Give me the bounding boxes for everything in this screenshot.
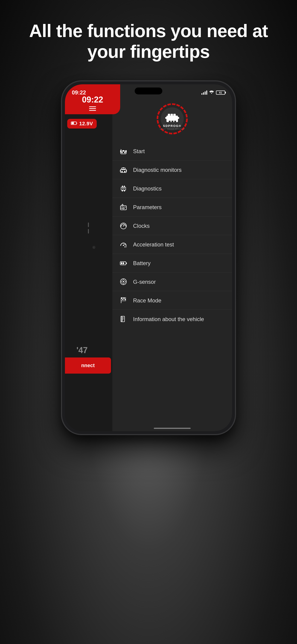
battery-menu-icon: [119, 259, 128, 267]
svg-rect-22: [120, 150, 121, 152]
connect-label: nnect: [81, 362, 95, 368]
svg-rect-13: [169, 121, 170, 124]
acceleration-test-label: Acceleration test: [133, 241, 174, 248]
menu-item-start[interactable]: Start: [112, 142, 232, 160]
svg-rect-61: [121, 262, 122, 264]
battery-widget: 12.9V: [67, 119, 97, 128]
svg-rect-77: [122, 299, 124, 300]
status-time: 09:22: [72, 89, 86, 96]
svg-text:SDPROG®: SDPROG®: [163, 124, 182, 128]
decoration-dashes: [88, 222, 89, 234]
svg-rect-79: [124, 299, 126, 300]
start-icon: [119, 147, 128, 155]
menu-item-diagnostics[interactable]: Diagnostics: [112, 179, 232, 198]
svg-rect-62: [123, 262, 124, 264]
vehicle-info-icon: [119, 315, 128, 323]
menu-item-parameters[interactable]: Parameters: [112, 198, 232, 216]
diagnostic-monitors-icon: [119, 166, 128, 174]
svg-point-27: [124, 171, 126, 172]
svg-point-20: [124, 152, 126, 153]
race-mode-icon: [119, 296, 128, 304]
start-label: Start: [133, 148, 145, 155]
menu-item-acceleration-test[interactable]: Acceleration test: [112, 235, 232, 254]
signal-icon: [202, 90, 207, 95]
g-sensor-label: G-sensor: [133, 278, 156, 286]
battery-widget-icon: [71, 121, 77, 126]
svg-rect-72: [121, 298, 122, 299]
svg-rect-34: [124, 186, 125, 188]
connect-button[interactable]: nnect: [65, 358, 111, 374]
vehicle-info-label: Information about the vehicle: [133, 316, 204, 323]
svg-rect-14: [172, 121, 173, 124]
menu-list: Start: [112, 142, 232, 328]
svg-rect-1: [72, 122, 74, 124]
svg-rect-33: [122, 186, 123, 188]
mute-button: [61, 132, 62, 146]
svg-point-45: [123, 208, 124, 209]
wifi-icon: [209, 90, 214, 95]
clocks-label: Clocks: [133, 222, 150, 230]
menu-drawer: SDPROG® SMART DRIVER PROGRAM: [112, 84, 232, 431]
menu-item-vehicle-info[interactable]: Information about the vehicle: [112, 310, 232, 328]
svg-rect-11: [165, 117, 167, 119]
svg-point-65: [123, 281, 124, 282]
svg-rect-37: [124, 190, 125, 192]
power-button: [235, 162, 236, 198]
svg-rect-58: [125, 246, 126, 247]
diagnostics-label: Diagnostics: [133, 185, 162, 192]
svg-rect-81: [122, 316, 122, 322]
dynamic-island: [135, 88, 162, 94]
svg-text:SMART DRIVER PROGRAM: SMART DRIVER PROGRAM: [160, 128, 185, 130]
phone-screen: 09:22 61: [65, 84, 232, 431]
svg-rect-29: [123, 168, 124, 168]
phone-frame: 09:22 61: [61, 80, 236, 435]
svg-rect-10: [173, 114, 176, 116]
svg-rect-80: [121, 316, 124, 322]
svg-line-4: [74, 122, 74, 122]
menu-icon[interactable]: [89, 106, 96, 111]
battery-label: Battery: [133, 260, 150, 267]
volume-up-button: [61, 152, 62, 176]
svg-rect-36: [122, 190, 123, 192]
svg-point-53: [123, 245, 124, 246]
home-indicator: [154, 428, 191, 429]
svg-rect-31: [126, 170, 127, 172]
diagnostic-monitors-label: Diagnostic monitors: [133, 166, 182, 174]
svg-rect-23: [126, 150, 127, 152]
svg-point-48: [123, 226, 124, 226]
volume-down-button: [61, 180, 62, 203]
g-sensor-icon: [119, 278, 128, 286]
svg-rect-2: [76, 123, 77, 124]
svg-rect-15: [174, 121, 176, 124]
svg-rect-35: [122, 188, 124, 189]
parameters-label: Parameters: [133, 204, 162, 211]
svg-rect-8: [168, 114, 170, 116]
menu-item-race-mode[interactable]: Race Mode: [112, 291, 232, 310]
phone-mockup: 09:22 61: [61, 80, 236, 435]
svg-point-19: [121, 152, 123, 153]
menu-item-diagnostic-monitors[interactable]: Diagnostic monitors: [112, 160, 232, 179]
svg-rect-30: [120, 170, 121, 172]
parameters-icon: [119, 203, 128, 211]
battery-icon: 61: [216, 90, 225, 95]
svg-point-26: [121, 171, 123, 172]
svg-line-24: [121, 149, 122, 150]
race-mode-label: Race Mode: [133, 297, 162, 304]
menu-item-battery[interactable]: Battery: [112, 254, 232, 272]
menu-item-g-sensor[interactable]: G-sensor: [112, 272, 232, 291]
status-icons: 61: [202, 90, 225, 95]
year-text: '47: [76, 346, 88, 355]
svg-rect-21: [122, 150, 124, 152]
logo: SDPROG® SMART DRIVER PROGRAM: [156, 103, 188, 135]
svg-rect-12: [177, 117, 179, 119]
clocks-icon: [119, 222, 128, 230]
menu-item-clocks[interactable]: Clocks: [112, 216, 232, 235]
hero-title: All the functions you need at your finge…: [0, 0, 297, 76]
acceleration-test-icon: [119, 240, 128, 248]
left-panel: 09:22: [65, 84, 120, 431]
battery-voltage: 12.9V: [79, 121, 93, 127]
svg-rect-78: [124, 299, 124, 300]
svg-rect-74: [124, 298, 124, 299]
svg-rect-32: [121, 187, 126, 190]
svg-rect-9: [170, 114, 173, 116]
